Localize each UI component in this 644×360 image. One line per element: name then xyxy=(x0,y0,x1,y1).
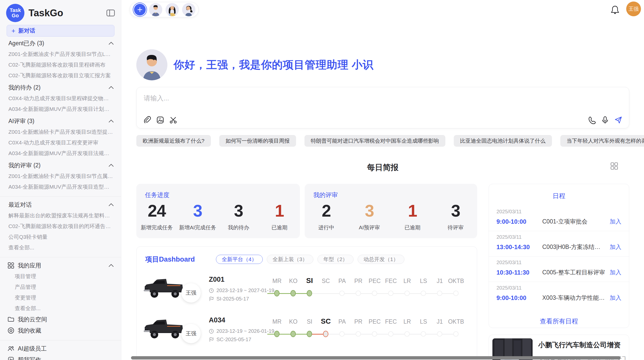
chevron-up-icon[interactable] xyxy=(108,119,114,123)
view-all-schedule-link[interactable]: 查看所有日程 xyxy=(489,317,629,325)
new-chat-button[interactable]: + 新对话 xyxy=(7,25,114,37)
sidebar-conversation-item[interactable]: Z001-全新燃油轻卡产品开发项目SI造型提交物评审 xyxy=(0,127,121,137)
dashboard-header: 项目Dashboard 全新平台（4）全新上装（3）年型（2）动总开发（1） xyxy=(137,247,477,264)
sidebar-conversation-item[interactable]: 查看全部... xyxy=(0,242,121,253)
stat-label: 新增完成任务 xyxy=(136,224,177,231)
project-dates: 2023-12-19 ~ 2027-01-19 xyxy=(209,288,274,293)
layout-grid-icon[interactable] xyxy=(610,162,618,170)
stat: 3 新增AI完成任务 xyxy=(177,201,218,231)
sidebar-conversation-item[interactable]: Z001-全新燃油皮卡产品开发项目SI节点Lesson Learn报告 xyxy=(0,49,121,59)
milestone-node xyxy=(356,331,361,337)
chevron-up-icon[interactable] xyxy=(108,41,114,45)
suggestion-chip[interactable]: 如何写一份清晰的项目周报 xyxy=(219,135,296,147)
message-input[interactable] xyxy=(137,87,629,116)
chevron-up-icon[interactable] xyxy=(108,264,114,267)
section-header-my-todo[interactable]: 我的待办 (2) xyxy=(0,82,121,93)
my-review-card: 我的评审 2 进行中 3 AI预评审 1 已逾期 3 xyxy=(305,184,477,238)
screenshot-scissors-icon[interactable] xyxy=(169,116,177,124)
milestone-node xyxy=(453,291,459,296)
sidebar-item-ai-super-staff[interactable]: AI超级员工 xyxy=(0,343,121,354)
cloud-space-label: 我的云空间 xyxy=(18,316,114,323)
chevron-up-icon[interactable] xyxy=(108,86,114,89)
flag-icon xyxy=(209,296,214,302)
microphone-icon[interactable] xyxy=(601,116,609,124)
suggestion-chip[interactable]: 欧洲新规最近颁布了什么? xyxy=(136,135,211,147)
milestone-label: J1 xyxy=(432,278,448,284)
suggestion-chip[interactable]: 特朗普可能对进口汽车增税会对中国车企造成哪些影响 xyxy=(304,135,445,147)
section-header-my-review[interactable]: 我的评审 (2) xyxy=(0,160,121,171)
suggestion-chip[interactable]: 当下年轻人对汽车外观有怎样的喜好趋势 xyxy=(560,135,644,147)
milestone-node xyxy=(388,331,393,337)
sidebar-conversation-item[interactable]: C02-飞腾新能源轻客改款项目的闭环通告反馈情况 xyxy=(0,221,121,232)
schedule-date: 2025/03/11 xyxy=(496,285,621,291)
dashboard-tab[interactable]: 年型（2） xyxy=(317,255,354,264)
milestone-label: FEC xyxy=(383,278,399,284)
sidebar-conversation-item[interactable]: C02-飞腾新能源轻客改款项目立项汇报方案 xyxy=(0,70,121,81)
flag-label: SI-2025-05-17 xyxy=(216,296,249,302)
attachment-icon[interactable] xyxy=(143,116,151,124)
greeting-block: 你好，王强，我是你的项目管理助理 小识 xyxy=(136,49,374,80)
sidebar-conversation-item[interactable]: C0X4-动力总成开发项目SI里程碑提交物检查 xyxy=(0,93,121,104)
sidebar-conversation-item[interactable]: C02-飞腾新能源轻客改款项目里程碑画布 xyxy=(0,59,121,70)
sidebar-item-my-apps[interactable]: 我的应用 xyxy=(0,260,121,271)
dashboard-tab[interactable]: 全新平台（4） xyxy=(216,255,263,264)
sidebar-app-item[interactable]: 项目管理 xyxy=(0,271,121,282)
sidebar-app-item[interactable]: 产品管理 xyxy=(0,282,121,292)
stat-value: 3 xyxy=(348,201,391,220)
sidebar-conversation-item[interactable]: 解释最新出台的欧盟报废车法规再生塑料比例被调至15%... xyxy=(0,210,121,221)
milestone-node xyxy=(437,331,442,337)
vehicle-image xyxy=(143,315,186,342)
sidebar-item-help-me-write[interactable]: 帮我写作 xyxy=(0,354,121,360)
milestone-node xyxy=(372,291,377,296)
section-header-recent-chats[interactable]: 最近对话 xyxy=(0,199,121,210)
assistant-avatar-2[interactable] xyxy=(166,3,179,16)
milestone-node xyxy=(274,290,280,296)
dashboard-tab[interactable]: 全新上装（3） xyxy=(267,255,314,264)
stat-value: 24 xyxy=(136,201,177,220)
horizontal-scrollbar[interactable] xyxy=(131,356,621,359)
section-header-ai-review[interactable]: AI评审 (3) xyxy=(0,115,121,127)
sidebar-item-cloud-space[interactable]: 我的云空间 xyxy=(0,314,121,325)
people-icon xyxy=(8,345,14,352)
schedule-time: 13:00-14:30 xyxy=(496,244,542,251)
user-avatar[interactable]: 王强 xyxy=(626,2,641,16)
sidebar-collapse-icon[interactable] xyxy=(106,9,115,17)
image-upload-icon[interactable] xyxy=(156,116,164,124)
sidebar-conversation-item[interactable]: A034-全新新能源MUV产品开发项目造型可行性评审 xyxy=(0,182,121,192)
stat: 2 进行中 xyxy=(305,201,348,231)
join-link[interactable]: 加入 xyxy=(610,268,621,276)
sidebar-conversation-item[interactable]: A034-全新新能源MUV产品开发项目法规符合性评审 xyxy=(0,148,121,159)
join-link[interactable]: 加入 xyxy=(610,218,621,226)
project-row[interactable]: 王强 A034 2023-12-19 ~ 2026-01-19 SC-2025-… xyxy=(137,313,477,353)
user-name: 王强 xyxy=(628,6,639,12)
stat: 1 已逾期 xyxy=(259,201,300,231)
project-row[interactable]: 王强 Z001 2023-12-19 ~ 2027-01-19 SI-2025-… xyxy=(137,272,477,313)
assistant-avatar-3[interactable] xyxy=(182,3,195,16)
sidebar-conversation-item[interactable]: A034-全新新能源MUV产品开发项目计划变更表编写 xyxy=(0,104,121,114)
dashboard-tab[interactable]: 动总开发（1） xyxy=(358,255,404,264)
join-link[interactable]: 加入 xyxy=(610,294,621,302)
notification-bell-icon[interactable] xyxy=(610,5,620,15)
send-icon[interactable] xyxy=(614,116,622,124)
join-link[interactable]: 加入 xyxy=(610,243,621,251)
schedule-time: 10:30-11:30 xyxy=(496,269,542,276)
sidebar-conversation-item[interactable]: Z001-全新燃油轻卡产品开发项目SI节点属性5D文件评审 xyxy=(0,171,121,182)
stat: 1 已逾期 xyxy=(391,201,434,231)
new-session-button[interactable] xyxy=(134,4,146,16)
voice-call-icon[interactable] xyxy=(588,116,596,124)
assistant-avatar-1[interactable] xyxy=(149,3,162,16)
session-switcher xyxy=(130,2,199,17)
chevron-up-icon[interactable] xyxy=(108,163,114,167)
section-header-agent-done[interactable]: Agent已办 (3) xyxy=(0,38,121,49)
sidebar-conversation-item[interactable]: C0X4-动力总成开发项目工程变更评审 xyxy=(0,137,121,148)
composer xyxy=(136,87,629,128)
suggestion-chip[interactable]: 比亚迪全固态电池计划具体说了什么 xyxy=(454,135,552,147)
sidebar-conversation-item[interactable]: 公司Q3轻卡销量 xyxy=(0,232,121,242)
sidebar-app-item[interactable]: 查看全部... xyxy=(0,303,121,314)
sidebar-app-item[interactable]: 变更管理 xyxy=(0,292,121,303)
new-chat-label: 新对话 xyxy=(18,27,35,35)
chevron-up-icon[interactable] xyxy=(108,203,114,206)
ai-super-staff-label: AI超级员工 xyxy=(18,345,114,353)
card-title: 我的评审 xyxy=(305,184,477,199)
sidebar-item-favorites[interactable]: 我的收藏 xyxy=(0,325,121,336)
